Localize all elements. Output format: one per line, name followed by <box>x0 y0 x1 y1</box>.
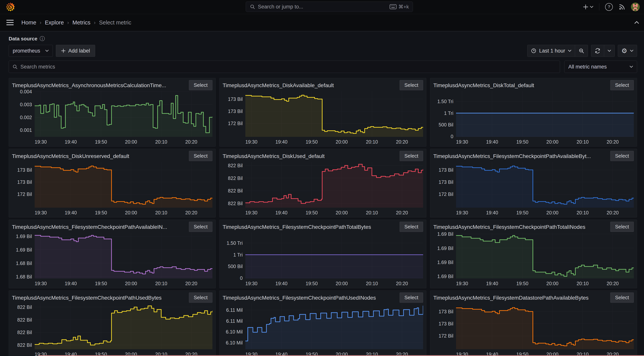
y-axis-label: 173 Bil <box>17 179 32 185</box>
zoom-out-button[interactable] <box>575 45 588 56</box>
plus-icon <box>583 4 588 10</box>
metric-panel: TimeplusdAsyncMetrics_AsynchronousMetric… <box>9 78 216 147</box>
x-axis: 19:3019:4019:5020:0020:1020:20 <box>456 349 634 356</box>
metric-panel: TimeplusdAsyncMetrics_FilesystemCheckpoi… <box>9 220 216 288</box>
time-series-chart: 0.0040.0030.0020.001 19:3019:4019:5020:0… <box>12 91 212 146</box>
time-series-chart: 822 Bil822 Bil822 Bil822 Bil 19:3019:401… <box>12 304 212 356</box>
refresh-icon <box>595 48 600 54</box>
info-icon[interactable]: ⓘ <box>40 35 45 42</box>
x-axis-label: 20:10 <box>155 281 167 286</box>
chevron-down-icon <box>630 50 634 52</box>
menu-icon[interactable] <box>6 20 14 25</box>
x-axis-label: 20:10 <box>155 139 167 145</box>
x-axis-label: 19:50 <box>306 210 318 216</box>
select-button[interactable]: Select <box>189 222 212 232</box>
x-axis: 19:3019:4019:5020:0020:1020:20 <box>245 137 423 146</box>
y-axis-label: 173 Bil <box>439 321 453 327</box>
x-axis-label: 20:10 <box>576 139 589 145</box>
y-axis-label: 1.68 Bil <box>16 274 32 279</box>
select-button[interactable]: Select <box>400 293 423 303</box>
x-axis-label: 19:30 <box>245 281 258 286</box>
x-axis-label: 19:40 <box>486 139 498 145</box>
plot-area[interactable] <box>35 304 212 349</box>
panel-title: TimeplusdAsyncMetrics_DiskTotal_default <box>433 80 607 88</box>
y-axis-label: 822 Bil <box>17 330 32 335</box>
y-axis: 173 Bil173 Bil172 Bil <box>433 304 456 349</box>
search-shortcut: ⌘+k <box>398 4 409 10</box>
panel-title: TimeplusdAsyncMetrics_DiskAvailable_defa… <box>223 80 396 88</box>
x-axis: 19:3019:4019:5020:0020:1020:20 <box>456 279 634 287</box>
datasource-value: prometheus <box>13 48 40 54</box>
select-button[interactable]: Select <box>610 222 634 232</box>
y-axis-label: 822 Bil <box>228 201 243 206</box>
x-axis-label: 20:00 <box>546 281 558 286</box>
select-button[interactable]: Select <box>189 80 212 90</box>
chevron-up-icon[interactable] <box>634 21 639 24</box>
select-button[interactable]: Select <box>400 80 423 90</box>
y-axis-label: 1 Tri <box>233 252 243 258</box>
grafana-logo-icon[interactable] <box>6 2 15 11</box>
breadcrumb-metrics[interactable]: Metrics <box>72 19 90 26</box>
plot-area[interactable] <box>245 91 423 137</box>
select-button[interactable]: Select <box>400 222 423 232</box>
select-button[interactable]: Select <box>189 151 212 161</box>
y-axis-label: 822 Bil <box>17 317 32 323</box>
refresh-interval-dropdown[interactable] <box>604 45 614 56</box>
select-button[interactable]: Select <box>610 151 634 161</box>
refresh-button[interactable] <box>591 45 604 56</box>
search-metrics-input[interactable]: Search metrics <box>9 61 560 73</box>
gear-icon: ⚙ <box>622 47 627 54</box>
chevron-down-icon <box>590 6 593 8</box>
select-button[interactable]: Select <box>189 293 212 303</box>
time-series-chart: 1.69 Bil1.69 Bil1.68 Bil1.68 Bil 19:3019… <box>12 233 212 287</box>
y-axis-label: 500 Bil <box>228 264 243 269</box>
y-axis-label: 822 Bil <box>17 342 32 348</box>
plot-area[interactable] <box>456 304 634 349</box>
panel-title: TimeplusdAsyncMetrics_FilesystemCheckpoi… <box>433 151 607 159</box>
metric-panel: TimeplusdAsyncMetrics_FilesystemCheckpoi… <box>430 220 637 288</box>
plot-area[interactable] <box>456 233 634 279</box>
y-axis: 1.50 Tri1 Tri500 Bil0 <box>223 233 245 279</box>
user-avatar[interactable] <box>631 2 640 11</box>
x-axis-label: 20:10 <box>155 210 167 216</box>
y-axis-label: 0.001 <box>20 127 32 133</box>
x-axis: 19:3019:4019:5020:0020:1020:20 <box>35 279 212 287</box>
datasource-select[interactable]: prometheus <box>9 45 53 57</box>
plot-area[interactable] <box>35 91 212 137</box>
time-series-chart: 173 Bil173 Bil172 Bil 19:3019:4019:5020:… <box>433 162 634 217</box>
panel-title: TimeplusdAsyncMetrics_FilesystemCheckpoi… <box>12 222 186 230</box>
metric-names-filter[interactable]: All metric names <box>564 61 637 73</box>
time-range-picker[interactable]: Last 1 hour <box>528 45 575 56</box>
plot-area[interactable] <box>35 233 212 279</box>
plot-area[interactable] <box>456 162 634 208</box>
plot-area[interactable] <box>456 91 634 137</box>
x-axis-label: 20:00 <box>336 210 348 216</box>
settings-button[interactable]: ⚙ <box>618 45 637 56</box>
x-axis-label: 19:30 <box>456 210 468 216</box>
y-axis-label: 173 Bil <box>439 309 453 314</box>
x-axis-label: 19:30 <box>35 139 47 145</box>
add-new-button[interactable] <box>583 4 593 10</box>
plot-area[interactable] <box>245 162 423 208</box>
plot-area[interactable] <box>245 233 423 279</box>
news-icon[interactable] <box>618 4 625 10</box>
x-axis-label: 20:00 <box>125 210 137 216</box>
metric-panel: TimeplusdAsyncMetrics_DiskTotal_default … <box>430 78 637 147</box>
select-button[interactable]: Select <box>610 293 634 303</box>
add-label-button[interactable]: Add label <box>56 45 95 57</box>
metric-panel: TimeplusdAsyncMetrics_DiskUsed_default S… <box>219 149 426 217</box>
x-axis-label: 19:50 <box>95 210 107 216</box>
x-axis-label: 20:20 <box>607 281 619 286</box>
time-series-chart: 173 Bil173 Bil172 Bil 19:3019:4019:5020:… <box>433 304 634 356</box>
select-button[interactable]: Select <box>610 80 634 90</box>
select-button[interactable]: Select <box>400 151 423 161</box>
plot-area[interactable] <box>245 304 423 349</box>
panel-title: TimeplusdAsyncMetrics_FilesystemCheckpoi… <box>223 293 396 301</box>
help-icon[interactable]: ? <box>605 3 613 11</box>
breadcrumb-home[interactable]: Home <box>22 19 36 26</box>
global-search-input[interactable]: Search or jump to... ⌘+k <box>246 1 413 12</box>
breadcrumb-explore[interactable]: Explore <box>45 19 64 26</box>
y-axis-label: 822 Bil <box>17 304 32 310</box>
zoom-out-icon <box>578 48 584 54</box>
plot-area[interactable] <box>35 162 212 208</box>
